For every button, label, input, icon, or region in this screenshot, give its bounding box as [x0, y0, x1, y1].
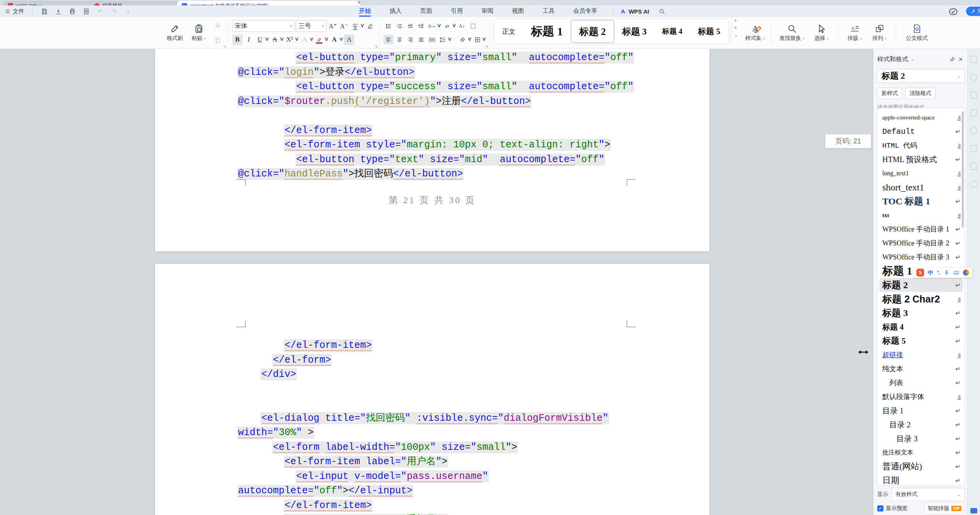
- menu-tab-页面[interactable]: 页面: [411, 5, 442, 17]
- superscript-button[interactable]: X²˅: [285, 35, 298, 45]
- new-style-button[interactable]: 新样式: [877, 88, 902, 99]
- font-size-select[interactable]: 三号 ˅: [296, 20, 327, 32]
- print-button[interactable]: [68, 7, 77, 16]
- show-preview-checkbox[interactable]: ✓ 显示预览: [877, 505, 908, 512]
- show-marks-button[interactable]: [468, 21, 478, 31]
- style-item-WPSOffice 手动目录 2[interactable]: WPSOffice 手动目录 2↵: [878, 236, 964, 250]
- align-right-button[interactable]: [405, 35, 415, 44]
- bullet-list-button[interactable]: [383, 21, 393, 31]
- style-item-标题 5[interactable]: 标题 5↵: [878, 334, 964, 348]
- increase-font-button[interactable]: A⁺: [328, 21, 338, 31]
- character-scaling-button[interactable]: A↔˅: [427, 21, 441, 31]
- align-left-button[interactable]: [383, 35, 393, 44]
- microphone-icon[interactable]: [944, 270, 950, 276]
- style-item-long_text1[interactable]: long_text1a: [878, 166, 964, 180]
- rail-tool-icon[interactable]: [970, 163, 977, 170]
- align-center-button[interactable]: [394, 35, 404, 44]
- gallery-style-标题 4[interactable]: 标题 4: [654, 21, 690, 42]
- strikethrough-button[interactable]: A˅: [269, 35, 283, 45]
- style-item-普通(网站)[interactable]: 普通(网站)↵: [878, 460, 964, 474]
- clipboard-group-expander[interactable]: ↘: [223, 43, 226, 48]
- new-tab-button[interactable]: +: [357, 0, 361, 5]
- rail-tool-icon[interactable]: [970, 56, 977, 63]
- document-page-21[interactable]: <el-button type="primary" size="small" a…: [155, 49, 709, 251]
- panel-title[interactable]: 样式和格式: [877, 55, 908, 64]
- gallery-style-标题 3[interactable]: 标题 3: [614, 21, 654, 42]
- menu-tab-工具[interactable]: 工具: [533, 5, 564, 17]
- highlight-color-button[interactable]: ˅: [314, 35, 328, 45]
- bold-button[interactable]: B: [232, 35, 243, 45]
- distribute-button[interactable]: [427, 35, 437, 44]
- style-item-标题 2 Char2[interactable]: 标题 2 Char2a: [878, 292, 964, 306]
- clear-format-button[interactable]: [365, 21, 375, 31]
- document-page-22[interactable]: </el-form-item> </el-form> </div> <el-di…: [155, 264, 709, 515]
- gallery-style-标题 1[interactable]: 标题 1: [523, 21, 571, 42]
- find-replace-button[interactable]: 查找替换 ˅: [775, 24, 809, 42]
- app-tab-docer[interactable]: 稻壳模板: [90, 1, 183, 5]
- gallery-style-标题 5[interactable]: 标题 5: [690, 21, 728, 42]
- menu-tab-审阅[interactable]: 审阅: [472, 5, 503, 17]
- rail-tool-icon[interactable]: [970, 508, 977, 513]
- keyboard-icon[interactable]: [953, 270, 959, 276]
- quickbar-more-caret[interactable]: ⌄: [124, 7, 133, 16]
- decrease-indent-button[interactable]: [405, 21, 415, 31]
- format-painter-button[interactable]: 格式刷: [163, 24, 187, 42]
- rail-tool-icon[interactable]: [970, 145, 977, 152]
- text-effects-button[interactable]: A˅: [299, 35, 313, 45]
- style-item-TOC 标题 1[interactable]: TOC 标题 1↵: [878, 194, 964, 208]
- cut-button[interactable]: [212, 21, 223, 30]
- ime-punctuation-icon[interactable]: °,: [937, 270, 940, 275]
- skin-palette-icon[interactable]: [963, 270, 969, 276]
- sort-button[interactable]: A↓: [457, 21, 467, 31]
- scrollbar-thumb[interactable]: [962, 111, 964, 228]
- line-spacing-button[interactable]: ˅: [438, 35, 451, 44]
- undo-button[interactable]: ↶: [96, 7, 105, 16]
- ime-toolbar[interactable]: S 中 °,: [913, 268, 972, 278]
- gallery-style-正文[interactable]: 正文: [494, 21, 523, 42]
- menu-tab-插入[interactable]: 插入: [380, 5, 411, 17]
- style-item-超链接[interactable]: 超链接a: [878, 348, 964, 362]
- app-tab-home[interactable]: WPS Office: [3, 1, 96, 5]
- proofing-icon[interactable]: [948, 7, 958, 15]
- display-filter-select[interactable]: 有效样式 ⌄: [891, 488, 965, 501]
- style-item-WPSOffice 手动目录 3[interactable]: WPSOffice 手动目录 3↵: [878, 250, 964, 264]
- copy-button[interactable]: [212, 36, 223, 45]
- smart-layout-button[interactable]: 智能排版 VIP: [924, 503, 965, 514]
- style-set-button[interactable]: A 样式集 ˅: [743, 24, 767, 42]
- style-item-Default[interactable]: Default↵: [878, 124, 964, 138]
- menu-tab-视图[interactable]: 视图: [503, 5, 533, 17]
- wps-ai-button[interactable]: WPS AI: [619, 8, 649, 15]
- rail-tool-icon[interactable]: [970, 92, 977, 99]
- menu-tab-引用[interactable]: 引用: [442, 5, 472, 17]
- justify-button[interactable]: [416, 35, 426, 44]
- change-case-button[interactable]: ⇄˅: [442, 21, 456, 31]
- app-tab-document[interactable]: springboot 在线考试系统设计(定稿): [177, 1, 360, 5]
- style-item-标题 2[interactable]: 标题 2↵: [879, 278, 963, 292]
- save-button[interactable]: [40, 7, 49, 16]
- style-item-标题 3[interactable]: 标题 3↵: [878, 306, 964, 320]
- pinyin-guide-button[interactable]: wén 文 ˅: [350, 21, 364, 31]
- official-mode-button[interactable]: 公文模式: [900, 24, 933, 42]
- arrange-button[interactable]: 排列 ˅: [867, 24, 892, 42]
- rail-tool-icon[interactable]: [970, 109, 977, 116]
- font-color-button[interactable]: A˅: [329, 35, 343, 45]
- gallery-style-标题 2[interactable]: 标题 2: [571, 20, 614, 43]
- gallery-scroll-down-icon[interactable]: ˅: [734, 25, 738, 30]
- print-preview-button[interactable]: [82, 7, 91, 16]
- borders-button[interactable]: ˅: [472, 35, 486, 44]
- current-style-select[interactable]: 标题 2 ⌄: [877, 69, 965, 83]
- increase-indent-button[interactable]: [416, 21, 426, 31]
- character-shading-button[interactable]: A: [344, 35, 354, 45]
- style-item-列表[interactable]: 列表↵: [878, 376, 964, 390]
- file-menu-button[interactable]: ☰ 文件: [5, 8, 24, 15]
- pin-icon[interactable]: [948, 55, 956, 64]
- ime-language-icon[interactable]: 中: [928, 269, 933, 277]
- style-item-纯文本[interactable]: 纯文本↵: [878, 362, 964, 376]
- close-icon[interactable]: ✕: [956, 55, 965, 64]
- rail-tool-icon[interactable]: [970, 181, 977, 188]
- redo-button[interactable]: ↷: [110, 7, 119, 16]
- style-item-short_text1[interactable]: short_text1a: [878, 180, 964, 194]
- style-item-目录 2[interactable]: 目录 2↵: [878, 418, 964, 432]
- gallery-more-icon[interactable]: ⌄: [734, 33, 738, 38]
- gallery-scroll-up-icon[interactable]: ˄: [734, 18, 738, 23]
